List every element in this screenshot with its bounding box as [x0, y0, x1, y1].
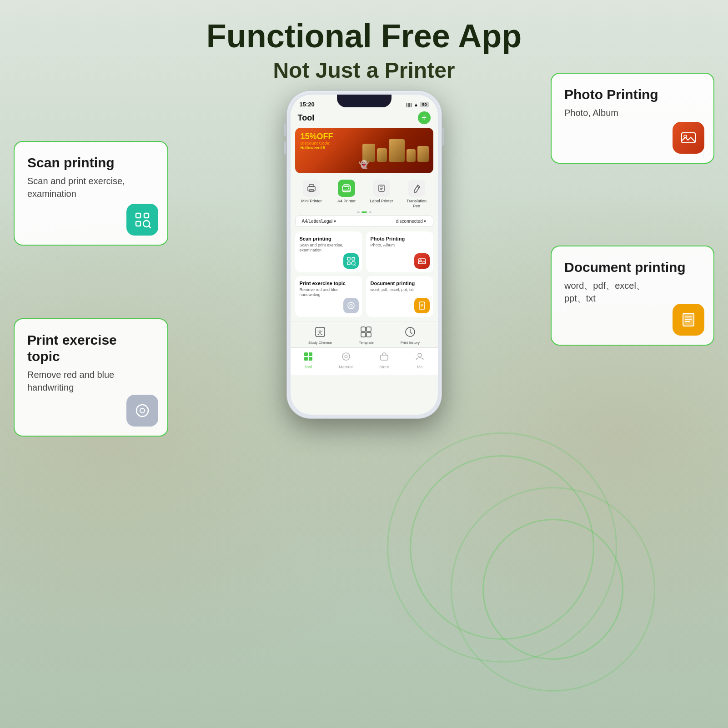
svg-line-4 [149, 226, 151, 228]
wifi-icon: ▲ [414, 102, 419, 107]
translation-pen-label: Translation Pen [403, 199, 430, 209]
phone-vol-up [284, 123, 286, 136]
svg-rect-7 [682, 133, 695, 143]
svg-rect-41 [367, 327, 371, 331]
print-history-shortcut[interactable]: Print history [401, 325, 420, 345]
grid-scan-title: Scan printing [300, 236, 358, 241]
grid-document-icon [414, 298, 430, 313]
svg-rect-14 [309, 185, 314, 186]
grid-exercise-desc: Remove red and blue handwriting [300, 287, 358, 298]
connection-filter[interactable]: disconnected ▾ [396, 219, 427, 224]
template-label: Template [359, 341, 373, 345]
print-icon [126, 395, 158, 427]
svg-point-49 [342, 353, 350, 360]
phone-outer: 15:20 |||| ▲ 50 Tool + 15%OFF Discount C… [287, 91, 442, 418]
svg-rect-48 [309, 357, 312, 361]
filter-bar: A4/Letter/Legal ▾ disconnected ▾ [295, 216, 433, 227]
status-icons: |||| ▲ 50 [406, 102, 428, 107]
label-printer-tab[interactable]: Label Printer [368, 180, 395, 209]
svg-rect-47 [304, 357, 308, 361]
feature-grid: Scan printing Scan and print exercise, e… [291, 228, 438, 321]
svg-rect-51 [381, 355, 388, 360]
svg-point-32 [348, 302, 354, 309]
scan-card-title: Scan printing [27, 155, 155, 171]
add-button[interactable]: + [418, 111, 431, 124]
svg-line-24 [417, 186, 419, 188]
svg-rect-2 [136, 221, 141, 226]
scan-icon [126, 204, 158, 236]
svg-rect-43 [367, 332, 371, 337]
app-title: Tool [298, 113, 315, 123]
svg-rect-25 [347, 257, 350, 260]
box4 [407, 149, 416, 162]
label-printer-label: Label Printer [370, 199, 393, 204]
photo-card-title: Photo Printing [564, 86, 701, 103]
nav-tool[interactable]: Tool [303, 351, 313, 369]
template-shortcut[interactable]: Template [359, 325, 373, 345]
scan-card-desc: Scan and print exercise, examination [27, 175, 155, 200]
phone-vol-down [284, 141, 286, 155]
nav-material-label: Material [339, 365, 353, 369]
phone-power-button [442, 127, 444, 146]
nav-me-label: Me [417, 365, 423, 369]
a4-printer-tab[interactable]: A4 Printer [333, 180, 360, 209]
svg-line-29 [355, 265, 356, 266]
nav-me-icon [415, 351, 425, 364]
grid-photo-title: Photo Printing [371, 236, 429, 241]
print-history-icon [403, 325, 417, 339]
tab-dot-1 [357, 211, 360, 213]
print-history-label: Print history [401, 341, 420, 345]
phone-mockup: 15:20 |||| ▲ 50 Tool + 15%OFF Discount C… [287, 91, 442, 418]
paper-filter[interactable]: A4/Letter/Legal ▾ [302, 219, 336, 224]
banner-boxes [362, 139, 429, 162]
mini-printer-tab[interactable]: Mini Printer [298, 180, 325, 209]
svg-rect-30 [418, 259, 426, 264]
bottom-shortcuts: 文 Study Chinese Template Print history [291, 321, 438, 347]
nav-store[interactable]: Store [379, 351, 389, 369]
svg-rect-17 [344, 185, 349, 186]
grid-photo[interactable]: Photo Printing Photo, Album [366, 231, 433, 272]
svg-rect-40 [361, 327, 366, 331]
nav-material[interactable]: Material [339, 351, 353, 369]
svg-point-50 [345, 355, 347, 358]
box3 [389, 139, 405, 162]
template-icon [359, 325, 373, 339]
promo-banner[interactable]: 15%OFF Discount Code: Halloween15 👻 [295, 128, 433, 173]
translation-pen-tab[interactable]: Translation Pen [403, 180, 430, 209]
grid-exercise[interactable]: Print exercise topic Remove red and blue… [295, 276, 362, 317]
nav-tool-label: Tool [304, 365, 312, 369]
grid-document-desc: word, pdf, excel, ppt, txt [371, 287, 429, 293]
a4-printer-label: A4 Printer [337, 199, 356, 204]
svg-rect-0 [136, 213, 141, 218]
page-title: Functional Free App [0, 18, 728, 54]
tab-indicator [291, 210, 438, 215]
document-icon [673, 304, 704, 336]
svg-point-5 [136, 405, 148, 417]
nav-store-label: Store [379, 365, 389, 369]
grid-document[interactable]: Document printing word, pdf, excel, ppt,… [366, 276, 433, 317]
svg-point-28 [351, 261, 355, 265]
document-card-title: Document printing [564, 259, 701, 276]
banner-discount: 15%OFF Discount Code: Halloween15 [301, 132, 333, 151]
grid-document-title: Document printing [371, 281, 429, 286]
photo-icon [673, 122, 704, 154]
svg-text:文: 文 [317, 329, 323, 336]
tab-dot-3 [369, 211, 372, 213]
print-exercise-card: Print exercisetopic Remove red and blueh… [14, 318, 168, 437]
status-time: 15:20 [300, 101, 315, 108]
nav-me[interactable]: Me [415, 351, 425, 369]
tab-dot-2 [361, 211, 367, 213]
grid-exercise-title: Print exercise topic [300, 281, 358, 286]
decorative-circle-inner [482, 519, 623, 660]
box1 [362, 144, 375, 162]
battery-icon: 50 [420, 102, 428, 107]
banner-decoration [342, 128, 433, 173]
svg-rect-27 [347, 262, 350, 265]
grid-scan[interactable]: Scan printing Scan and print exercise, e… [295, 231, 362, 272]
grid-exercise-icon [343, 298, 359, 313]
print-card-title: Print exercisetopic [27, 332, 155, 365]
svg-rect-26 [352, 257, 355, 260]
printer-tabs: Mini Printer A4 Printer Label Printer [291, 175, 438, 210]
svg-rect-42 [361, 332, 366, 337]
study-chinese-shortcut[interactable]: 文 Study Chinese [308, 325, 332, 345]
